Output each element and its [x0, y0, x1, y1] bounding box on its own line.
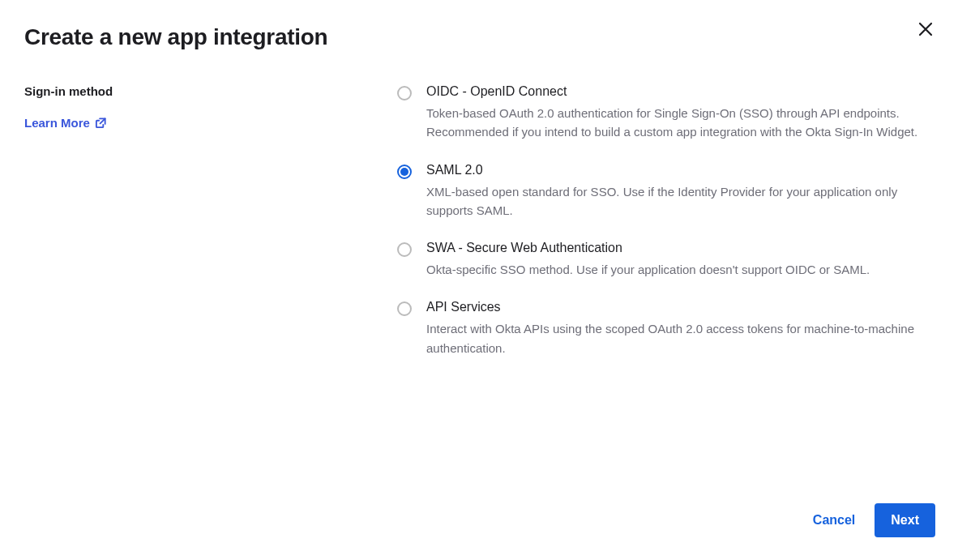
- radio-option-api[interactable]: API Services Interact with Okta APIs usi…: [397, 300, 934, 357]
- next-button[interactable]: Next: [875, 503, 935, 537]
- radio-input-swa[interactable]: [397, 242, 412, 257]
- radio-option-swa[interactable]: SWA - Secure Web Authentication Okta-spe…: [397, 241, 934, 279]
- radio-desc: XML-based open standard for SSO. Use if …: [426, 182, 934, 220]
- radio-input-saml[interactable]: [397, 165, 412, 179]
- close-button[interactable]: [916, 19, 935, 39]
- radio-desc: Interact with Okta APIs using the scoped…: [426, 319, 934, 357]
- radio-title: OIDC - OpenID Connect: [426, 84, 934, 99]
- external-link-icon: [95, 117, 107, 129]
- close-icon: [918, 22, 933, 36]
- learn-more-link[interactable]: Learn More: [24, 116, 107, 130]
- radio-input-oidc[interactable]: [397, 86, 412, 100]
- signin-method-label: Sign-in method: [24, 84, 397, 98]
- radio-desc: Okta-specific SSO method. Use if your ap…: [426, 260, 934, 279]
- radio-option-oidc[interactable]: OIDC - OpenID Connect Token-based OAuth …: [397, 84, 934, 142]
- radio-input-api[interactable]: [397, 301, 412, 316]
- cancel-button[interactable]: Cancel: [813, 513, 855, 528]
- learn-more-text: Learn More: [24, 116, 90, 130]
- radio-option-saml[interactable]: SAML 2.0 XML-based open standard for SSO…: [397, 163, 934, 220]
- radio-desc: Token-based OAuth 2.0 authentication for…: [426, 104, 934, 142]
- page-title: Create a new app integration: [24, 24, 934, 50]
- radio-title: SWA - Secure Web Authentication: [426, 241, 934, 255]
- radio-title: SAML 2.0: [426, 163, 934, 177]
- radio-title: API Services: [426, 300, 934, 314]
